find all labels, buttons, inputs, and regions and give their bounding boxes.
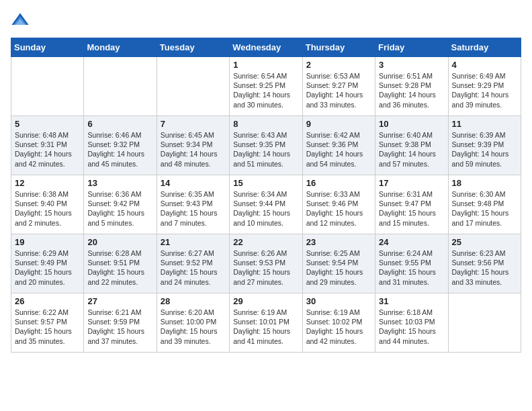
- day-info: Sunrise: 6:53 AMSunset: 9:27 PMDaylight:…: [306, 71, 371, 109]
- calendar-cell: 19Sunrise: 6:29 AMSunset: 9:49 PMDayligh…: [11, 234, 84, 293]
- calendar-cell: 15Sunrise: 6:34 AMSunset: 9:44 PMDayligh…: [230, 175, 302, 234]
- day-number: 2: [306, 60, 371, 70]
- day-number: 6: [87, 119, 152, 129]
- day-number: 19: [15, 237, 80, 247]
- calendar-cell: [84, 57, 157, 116]
- day-number: 17: [379, 178, 444, 188]
- day-info: Sunrise: 6:26 AMSunset: 9:53 PMDaylight:…: [233, 248, 298, 287]
- calendar-week-5: 26Sunrise: 6:22 AMSunset: 9:57 PMDayligh…: [11, 293, 521, 353]
- calendar-cell: 30Sunrise: 6:19 AMSunset: 10:02 PMDaylig…: [302, 293, 375, 353]
- day-info: Sunrise: 6:42 AMSunset: 9:36 PMDaylight:…: [306, 130, 371, 169]
- calendar-week-1: 1Sunrise: 6:54 AMSunset: 9:25 PMDaylight…: [11, 57, 521, 116]
- calendar-cell: 26Sunrise: 6:22 AMSunset: 9:57 PMDayligh…: [11, 293, 84, 353]
- day-number: 31: [379, 296, 444, 306]
- calendar-cell: 3Sunrise: 6:51 AMSunset: 9:28 PMDaylight…: [375, 57, 448, 116]
- calendar-cell: 25Sunrise: 6:23 AMSunset: 9:56 PMDayligh…: [448, 234, 521, 293]
- calendar-week-3: 12Sunrise: 6:38 AMSunset: 9:40 PMDayligh…: [11, 175, 521, 234]
- day-number: 30: [306, 296, 371, 306]
- day-info: Sunrise: 6:34 AMSunset: 9:44 PMDaylight:…: [233, 189, 298, 228]
- day-info: Sunrise: 6:24 AMSunset: 9:55 PMDaylight:…: [379, 248, 444, 287]
- calendar-cell: 6Sunrise: 6:46 AMSunset: 9:32 PMDaylight…: [84, 116, 157, 175]
- day-number: 24: [379, 237, 444, 247]
- day-info: Sunrise: 6:23 AMSunset: 9:56 PMDaylight:…: [452, 248, 517, 287]
- calendar-week-2: 5Sunrise: 6:48 AMSunset: 9:31 PMDaylight…: [11, 116, 521, 175]
- header-row: SundayMondayTuesdayWednesdayThursdayFrid…: [11, 38, 521, 57]
- calendar-table: SundayMondayTuesdayWednesdayThursdayFrid…: [11, 38, 521, 353]
- calendar-cell: 21Sunrise: 6:27 AMSunset: 9:52 PMDayligh…: [157, 234, 229, 293]
- calendar-cell: 29Sunrise: 6:19 AMSunset: 10:01 PMDaylig…: [230, 293, 302, 353]
- day-info: Sunrise: 6:39 AMSunset: 9:39 PMDaylight:…: [452, 130, 517, 169]
- calendar-cell: 23Sunrise: 6:25 AMSunset: 9:54 PMDayligh…: [302, 234, 375, 293]
- day-number: 15: [233, 178, 298, 188]
- calendar-cell: [448, 293, 521, 353]
- day-number: 20: [87, 237, 152, 247]
- day-info: Sunrise: 6:45 AMSunset: 9:34 PMDaylight:…: [161, 130, 226, 169]
- day-info: Sunrise: 6:36 AMSunset: 9:42 PMDaylight:…: [87, 189, 152, 228]
- day-info: Sunrise: 6:38 AMSunset: 9:40 PMDaylight:…: [15, 189, 80, 228]
- day-number: 9: [306, 119, 371, 129]
- day-header-sunday: Sunday: [11, 38, 84, 57]
- day-info: Sunrise: 6:21 AMSunset: 9:59 PMDaylight:…: [87, 308, 152, 346]
- day-number: 3: [379, 60, 444, 70]
- calendar-cell: 2Sunrise: 6:53 AMSunset: 9:27 PMDaylight…: [302, 57, 375, 116]
- day-number: 26: [15, 296, 80, 306]
- calendar-cell: 17Sunrise: 6:31 AMSunset: 9:47 PMDayligh…: [375, 175, 448, 234]
- day-info: Sunrise: 6:27 AMSunset: 9:52 PMDaylight:…: [161, 248, 226, 287]
- calendar-cell: 12Sunrise: 6:38 AMSunset: 9:40 PMDayligh…: [11, 175, 84, 234]
- day-info: Sunrise: 6:18 AMSunset: 10:03 PMDaylight…: [379, 308, 444, 346]
- day-info: Sunrise: 6:20 AMSunset: 10:00 PMDaylight…: [161, 308, 226, 346]
- calendar-cell: 18Sunrise: 6:30 AMSunset: 9:48 PMDayligh…: [448, 175, 521, 234]
- logo-icon: [11, 11, 30, 30]
- calendar-body: 1Sunrise: 6:54 AMSunset: 9:25 PMDaylight…: [11, 57, 521, 353]
- day-header-thursday: Thursday: [302, 38, 375, 57]
- calendar-cell: 22Sunrise: 6:26 AMSunset: 9:53 PMDayligh…: [230, 234, 302, 293]
- day-info: Sunrise: 6:30 AMSunset: 9:48 PMDaylight:…: [452, 189, 517, 228]
- calendar-cell: 8Sunrise: 6:43 AMSunset: 9:35 PMDaylight…: [230, 116, 302, 175]
- day-number: 18: [452, 178, 517, 188]
- calendar-cell: 9Sunrise: 6:42 AMSunset: 9:36 PMDaylight…: [302, 116, 375, 175]
- calendar-cell: 5Sunrise: 6:48 AMSunset: 9:31 PMDaylight…: [11, 116, 84, 175]
- day-info: Sunrise: 6:43 AMSunset: 9:35 PMDaylight:…: [233, 130, 298, 169]
- calendar-week-4: 19Sunrise: 6:29 AMSunset: 9:49 PMDayligh…: [11, 234, 521, 293]
- day-info: Sunrise: 6:29 AMSunset: 9:49 PMDaylight:…: [15, 248, 80, 287]
- day-number: 27: [87, 296, 152, 306]
- day-number: 7: [161, 119, 226, 129]
- calendar-cell: 4Sunrise: 6:49 AMSunset: 9:29 PMDaylight…: [448, 57, 521, 116]
- calendar-cell: 11Sunrise: 6:39 AMSunset: 9:39 PMDayligh…: [448, 116, 521, 175]
- day-header-monday: Monday: [84, 38, 157, 57]
- day-info: Sunrise: 6:49 AMSunset: 9:29 PMDaylight:…: [452, 71, 517, 109]
- logo: [11, 11, 32, 30]
- day-number: 21: [161, 237, 226, 247]
- day-number: 29: [233, 296, 298, 306]
- day-number: 1: [233, 60, 298, 70]
- day-info: Sunrise: 6:33 AMSunset: 9:46 PMDaylight:…: [306, 189, 371, 228]
- calendar-cell: 24Sunrise: 6:24 AMSunset: 9:55 PMDayligh…: [375, 234, 448, 293]
- calendar-cell: 1Sunrise: 6:54 AMSunset: 9:25 PMDaylight…: [230, 57, 302, 116]
- day-info: Sunrise: 6:46 AMSunset: 9:32 PMDaylight:…: [87, 130, 152, 169]
- day-number: 12: [15, 178, 80, 188]
- day-info: Sunrise: 6:48 AMSunset: 9:31 PMDaylight:…: [15, 130, 80, 169]
- day-info: Sunrise: 6:40 AMSunset: 9:38 PMDaylight:…: [379, 130, 444, 169]
- day-number: 13: [87, 178, 152, 188]
- calendar-header: SundayMondayTuesdayWednesdayThursdayFrid…: [11, 38, 521, 57]
- day-info: Sunrise: 6:25 AMSunset: 9:54 PMDaylight:…: [306, 248, 371, 287]
- day-info: Sunrise: 6:54 AMSunset: 9:25 PMDaylight:…: [233, 71, 298, 109]
- day-number: 22: [233, 237, 298, 247]
- calendar-cell: 20Sunrise: 6:28 AMSunset: 9:51 PMDayligh…: [84, 234, 157, 293]
- day-number: 16: [306, 178, 371, 188]
- day-info: Sunrise: 6:31 AMSunset: 9:47 PMDaylight:…: [379, 189, 444, 228]
- calendar-cell: [157, 57, 229, 116]
- day-header-saturday: Saturday: [448, 38, 521, 57]
- day-info: Sunrise: 6:19 AMSunset: 10:01 PMDaylight…: [233, 308, 298, 346]
- calendar-cell: 27Sunrise: 6:21 AMSunset: 9:59 PMDayligh…: [84, 293, 157, 353]
- day-header-tuesday: Tuesday: [157, 38, 229, 57]
- calendar-cell: 13Sunrise: 6:36 AMSunset: 9:42 PMDayligh…: [84, 175, 157, 234]
- calendar-cell: 10Sunrise: 6:40 AMSunset: 9:38 PMDayligh…: [375, 116, 448, 175]
- day-number: 8: [233, 119, 298, 129]
- day-number: 28: [161, 296, 226, 306]
- day-info: Sunrise: 6:51 AMSunset: 9:28 PMDaylight:…: [379, 71, 444, 109]
- calendar-cell: 7Sunrise: 6:45 AMSunset: 9:34 PMDaylight…: [157, 116, 229, 175]
- day-header-friday: Friday: [375, 38, 448, 57]
- day-number: 25: [452, 237, 517, 247]
- calendar-cell: 14Sunrise: 6:35 AMSunset: 9:43 PMDayligh…: [157, 175, 229, 234]
